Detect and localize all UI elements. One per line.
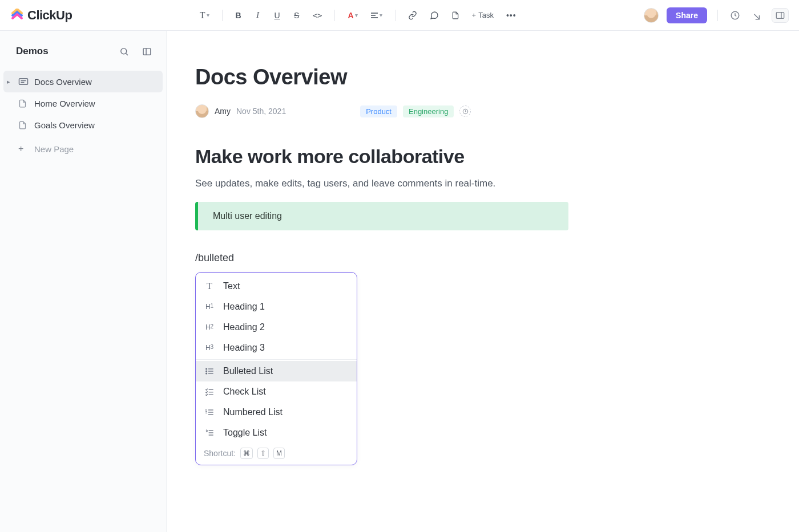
separator [395, 10, 396, 21]
svg-rect-8 [143, 48, 151, 54]
slash-command-input[interactable]: /bulleted [195, 252, 753, 264]
doc-title[interactable]: Docs Overview [195, 65, 753, 90]
svg-point-16 [206, 371, 207, 372]
slash-item-label: Numbered List [223, 407, 283, 417]
h2-icon: H2 [204, 323, 215, 331]
tag-engineering[interactable]: Engineering [403, 105, 454, 117]
align-button[interactable]: ▾ [368, 7, 385, 23]
callout-block[interactable]: Multi user editing [195, 202, 568, 230]
doc-date: Nov 5th, 2021 [236, 107, 286, 116]
author-name[interactable]: Amy [215, 107, 231, 116]
doc-heading[interactable]: Make work more collaborative [195, 145, 753, 168]
bold-button[interactable]: B [233, 7, 244, 23]
callout-text: Multi user editing [213, 211, 282, 221]
slash-item-numbered-list[interactable]: Numbered List [196, 402, 357, 423]
author-avatar[interactable] [195, 104, 209, 118]
svg-point-6 [120, 48, 126, 54]
add-task-button[interactable]: + Task [470, 7, 496, 23]
plus-icon: + [472, 11, 477, 19]
slash-item-label: Heading 3 [223, 343, 265, 353]
topbar: ClickUp T▾ B I U S <> A▾ ▾ [0, 0, 799, 31]
slash-item-heading2[interactable]: H2 Heading 2 [196, 317, 357, 338]
workspace-name[interactable]: Demos [16, 46, 49, 57]
slash-item-label: Toggle List [223, 428, 267, 438]
bulleted-list-icon [204, 367, 215, 375]
page-button[interactable] [449, 7, 462, 23]
slash-item-label: Heading 1 [223, 302, 265, 312]
separator [222, 10, 223, 21]
italic-button[interactable]: I [252, 7, 264, 23]
slash-item-label: Bulleted List [223, 366, 273, 376]
more-button[interactable]: ••• [504, 7, 519, 23]
doc-icon [18, 120, 29, 130]
document: Docs Overview Amy Nov 5th, 2021 Product … [167, 31, 799, 532]
brand-name: ClickUp [27, 8, 72, 23]
sidebar-item-label: Goals Overview [34, 120, 95, 130]
topbar-right: Share [644, 7, 789, 23]
slash-item-text[interactable]: T Text [196, 276, 357, 297]
sidebar-item-label: Docs Overview [34, 77, 92, 87]
brand[interactable]: ClickUp [10, 8, 72, 23]
text-color-button[interactable]: A▾ [345, 7, 360, 23]
strikethrough-button[interactable]: S [291, 7, 302, 23]
svg-rect-4 [776, 12, 784, 18]
shortcut-key: M [273, 448, 285, 459]
slash-item-heading3[interactable]: H3 Heading 3 [196, 338, 357, 358]
h1-icon: H1 [204, 303, 215, 311]
sidebar-new-page[interactable]: + New Page [0, 138, 166, 160]
slash-item-check-list[interactable]: Check List [196, 381, 357, 402]
separator [717, 10, 718, 21]
task-label: Task [478, 11, 494, 19]
underline-button[interactable]: U [272, 7, 283, 23]
slash-shortcut-row: Shortcut: ⌘ ⇧ M [196, 443, 357, 461]
sidebar-item-goals-overview[interactable]: Goals Overview [0, 114, 166, 136]
numbered-list-icon [204, 408, 215, 416]
slash-menu: T Text H1 Heading 1 H2 Heading 2 H3 Head… [195, 272, 357, 465]
sidebar-item-label: Home Overview [34, 99, 95, 108]
doc-card-icon [18, 78, 29, 86]
user-avatar[interactable] [644, 8, 659, 23]
sidebar-item-docs-overview[interactable]: ▸ Docs Overview [3, 71, 163, 92]
editor-toolbar: T▾ B I U S <> A▾ ▾ [72, 7, 644, 23]
tag-product[interactable]: Product [360, 105, 397, 117]
clickup-logo-icon [10, 9, 24, 22]
check-list-icon [204, 388, 215, 396]
shortcut-key: ⇧ [257, 448, 269, 459]
svg-point-14 [206, 368, 207, 369]
text-style-button[interactable]: T▾ [197, 7, 212, 23]
text-icon: T [204, 281, 215, 291]
separator [196, 359, 357, 360]
slash-item-label: Text [223, 281, 240, 291]
separator [334, 10, 335, 21]
toggle-list-icon [204, 429, 215, 437]
slash-item-heading1[interactable]: H1 Heading 1 [196, 297, 357, 317]
shortcut-key: ⌘ [240, 448, 253, 459]
svg-rect-10 [19, 79, 28, 85]
shortcut-label: Shortcut: [204, 449, 236, 458]
search-button[interactable] [117, 44, 131, 58]
svg-line-7 [126, 53, 127, 55]
history-button[interactable] [728, 9, 742, 22]
h3-icon: H3 [204, 344, 215, 352]
share-button[interactable]: Share [667, 7, 707, 23]
plus-icon: + [18, 144, 29, 154]
doc-meta: Amy Nov 5th, 2021 Product Engineering [195, 104, 753, 118]
doc-body[interactable]: See updates, make edits, tag users, and … [195, 178, 753, 189]
code-button[interactable]: <> [310, 7, 325, 23]
sidebar-item-home-overview[interactable]: Home Overview [0, 92, 166, 114]
slash-item-label: Check List [223, 387, 266, 397]
add-tag-button[interactable] [459, 105, 471, 117]
sidebar: Demos ▸ Docs Overview Home Overview [0, 31, 167, 532]
sidebar-item-label: New Page [34, 144, 74, 154]
comment-button[interactable] [427, 7, 441, 23]
doc-icon [18, 99, 29, 108]
collapse-sidebar-button[interactable] [140, 44, 154, 58]
slash-item-bulleted-list[interactable]: Bulleted List [196, 361, 357, 381]
svg-point-18 [206, 373, 207, 374]
download-button[interactable] [750, 9, 764, 22]
panel-toggle-button[interactable] [772, 8, 789, 23]
slash-item-toggle-list[interactable]: Toggle List [196, 423, 357, 443]
link-button[interactable] [406, 7, 419, 23]
slash-item-label: Heading 2 [223, 322, 265, 332]
chevron-right-icon: ▸ [7, 78, 13, 86]
